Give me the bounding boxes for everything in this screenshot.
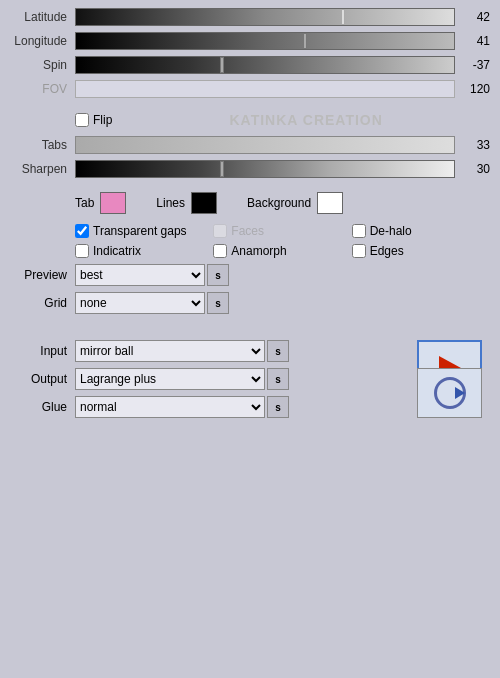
preview-select[interactable]: best fast draft (75, 264, 205, 286)
lines-color-swatch[interactable] (191, 192, 217, 214)
glue-label: Glue (10, 400, 75, 414)
flip-checkbox[interactable] (75, 113, 89, 127)
latitude-label: Latitude (10, 10, 75, 24)
grid-label: Grid (10, 296, 75, 310)
fov-slider[interactable] (75, 80, 455, 98)
preview-label: Preview (10, 268, 75, 282)
tabs-value: 33 (455, 138, 490, 152)
longitude-row: Longitude 41 (10, 32, 490, 50)
latitude-value: 42 (455, 10, 490, 24)
flip-label: Flip (93, 113, 112, 127)
sharpen-row: Sharpen 30 (10, 160, 490, 178)
latitude-thumb[interactable] (341, 9, 345, 25)
tab-color-item: Tab (75, 192, 126, 214)
indicatrix-checkbox[interactable] (75, 244, 89, 258)
input-row: Input mirror ball equirectangular cylind… (10, 340, 490, 362)
input-select[interactable]: mirror ball equirectangular cylindrical (75, 340, 265, 362)
grid-select[interactable]: none 2x2 3x3 4x4 (75, 292, 205, 314)
fov-value: 120 (455, 82, 490, 96)
spin-icon-box[interactable] (417, 368, 482, 418)
de-halo-item: De-halo (352, 224, 490, 238)
input-s-button[interactable]: s (267, 340, 289, 362)
latitude-slider[interactable] (75, 8, 455, 26)
spin-slider[interactable] (75, 56, 455, 74)
fov-label: FOV (10, 82, 75, 96)
edges-checkbox[interactable] (352, 244, 366, 258)
flip-row: Flip KATINKA CREATION (75, 112, 490, 128)
faces-checkbox[interactable] (213, 224, 227, 238)
faces-label: Faces (231, 224, 264, 238)
preview-s-button[interactable]: s (207, 264, 229, 286)
longitude-value: 41 (455, 34, 490, 48)
faces-item: Faces (213, 224, 351, 238)
tabs-label: Tabs (10, 138, 75, 152)
tab-color-swatch[interactable] (100, 192, 126, 214)
anamorph-item: Anamorph (213, 244, 351, 258)
grid-row: Grid none 2x2 3x3 4x4 s (10, 292, 490, 314)
spin-label: Spin (10, 58, 75, 72)
longitude-slider[interactable] (75, 32, 455, 50)
background-color-swatch[interactable] (317, 192, 343, 214)
spin-row: Spin -37 (10, 56, 490, 74)
lines-color-label: Lines (156, 196, 185, 210)
watermark-text: KATINKA CREATION (122, 112, 490, 128)
spin-thumb[interactable] (220, 57, 224, 73)
checkboxes-section: Transparent gaps Faces De-halo Indicatri… (75, 224, 490, 258)
checkboxes-row2: Indicatrix Anamorph Edges (75, 244, 490, 258)
transparent-gaps-item: Transparent gaps (75, 224, 213, 238)
transparent-gaps-checkbox[interactable] (75, 224, 89, 238)
transparent-gaps-label: Transparent gaps (93, 224, 187, 238)
background-color-item: Background (247, 192, 343, 214)
glue-s-button[interactable]: s (267, 396, 289, 418)
fov-row: FOV 120 (10, 80, 490, 98)
edges-item: Edges (352, 244, 490, 258)
output-select[interactable]: Lagrange plus bilinear bicubic (75, 368, 265, 390)
grid-s-button[interactable]: s (207, 292, 229, 314)
sharpen-label: Sharpen (10, 162, 75, 176)
input-label: Input (10, 344, 75, 358)
glue-select[interactable]: normal add multiply (75, 396, 265, 418)
sharpen-slider[interactable] (75, 160, 455, 178)
latitude-row: Latitude 42 (10, 8, 490, 26)
longitude-label: Longitude (10, 34, 75, 48)
longitude-thumb[interactable] (303, 33, 307, 49)
edges-label: Edges (370, 244, 404, 258)
anamorph-checkbox[interactable] (213, 244, 227, 258)
de-halo-checkbox[interactable] (352, 224, 366, 238)
tabs-row: Tabs 33 (10, 136, 490, 154)
spin-value: -37 (455, 58, 490, 72)
output-s-button[interactable]: s (267, 368, 289, 390)
de-halo-label: De-halo (370, 224, 412, 238)
lines-color-item: Lines (156, 192, 217, 214)
color-row: Tab Lines Background (75, 192, 490, 214)
spin-arrow-icon (455, 387, 465, 399)
background-color-label: Background (247, 196, 311, 210)
anamorph-label: Anamorph (231, 244, 286, 258)
glue-row: Glue normal add multiply s (10, 396, 490, 418)
output-label: Output (10, 372, 75, 386)
indicatrix-item: Indicatrix (75, 244, 213, 258)
flip-checkbox-label[interactable]: Flip (75, 113, 112, 127)
spin-circle-icon (434, 377, 466, 409)
tab-color-label: Tab (75, 196, 94, 210)
bottom-section: Input mirror ball equirectangular cylind… (10, 340, 490, 418)
tabs-slider[interactable] (75, 136, 455, 154)
checkboxes-row1: Transparent gaps Faces De-halo (75, 224, 490, 238)
indicatrix-label: Indicatrix (93, 244, 141, 258)
sharpen-value: 30 (455, 162, 490, 176)
preview-row: Preview best fast draft s (10, 264, 490, 286)
sharpen-thumb[interactable] (220, 161, 224, 177)
